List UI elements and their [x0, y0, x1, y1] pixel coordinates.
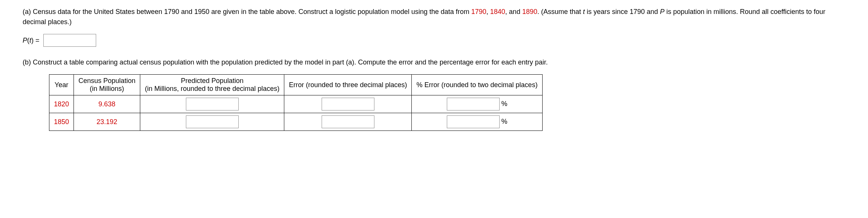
- pa-text: (a) Census data for the United States be…: [23, 8, 471, 15]
- col-predicted: Predicted Population (in Millions, round…: [140, 75, 284, 95]
- cell-predicted: [140, 113, 284, 131]
- cell-pct-error: %: [412, 113, 542, 131]
- pa-comma1: ,: [486, 8, 490, 15]
- table-row: 1820 9.638 %: [49, 95, 543, 113]
- error-input-1850[interactable]: [322, 115, 374, 128]
- cell-predicted: [140, 95, 284, 113]
- pct-sign: %: [501, 100, 508, 107]
- part-a-prompt: (a) Census data for the United States be…: [23, 7, 845, 27]
- formula-P: P: [23, 37, 27, 44]
- pa-year-1: 1790: [471, 8, 486, 15]
- cell-year: 1850: [49, 113, 74, 131]
- table-row: 1850 23.192 %: [49, 113, 543, 131]
- formula-lhs: P(t) =: [23, 37, 40, 45]
- formula-row: P(t) =: [23, 34, 845, 47]
- pct-error-input-1820[interactable]: [447, 98, 500, 111]
- predicted-input-1850[interactable]: [186, 115, 239, 128]
- pct-error-input-1850[interactable]: [447, 115, 500, 128]
- pct-sign: %: [501, 118, 508, 125]
- pa-text2: . (Assume that: [537, 8, 583, 15]
- pa-comma2: , and: [505, 8, 522, 15]
- pa-year-3: 1890: [522, 8, 537, 15]
- pt-input[interactable]: [43, 34, 96, 47]
- cell-error: [284, 113, 412, 131]
- formula-paren-close-eq: ) =: [31, 37, 40, 44]
- pa-text3: is years since 1790 and: [585, 8, 660, 15]
- cell-pct-error: %: [412, 95, 542, 113]
- error-input-1820[interactable]: [322, 98, 374, 111]
- predicted-input-1820[interactable]: [186, 98, 239, 111]
- col-year: Year: [49, 75, 74, 95]
- cell-census: 23.192: [74, 113, 140, 131]
- pa-year-2: 1840: [490, 8, 505, 15]
- table-header-row: Year Census Population (in Millions) Pre…: [49, 75, 543, 95]
- part-b-prompt: (b) Construct a table comparing actual c…: [23, 57, 845, 68]
- cell-census: 9.638: [74, 95, 140, 113]
- col-pct-error: % Error (rounded to two decimal places): [412, 75, 542, 95]
- cell-error: [284, 95, 412, 113]
- pa-var-p: P: [660, 8, 664, 15]
- comparison-table: Year Census Population (in Millions) Pre…: [49, 74, 543, 131]
- col-error: Error (rounded to three decimal places): [284, 75, 412, 95]
- col-census: Census Population (in Millions): [74, 75, 140, 95]
- cell-year: 1820: [49, 95, 74, 113]
